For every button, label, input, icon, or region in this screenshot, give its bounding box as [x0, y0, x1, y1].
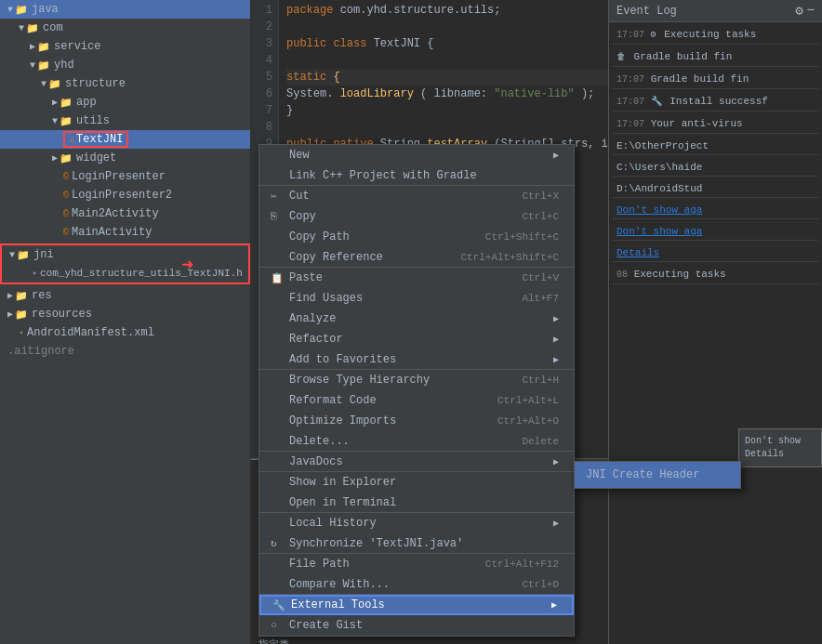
- dont-show-link-2[interactable]: Don't show aga: [616, 226, 702, 237]
- menu-item-synchronize[interactable]: ↻ Synchronize 'TextJNI.java': [259, 533, 574, 554]
- xml-icon: ▪: [19, 328, 24, 338]
- menu-item-compare[interactable]: Compare With... Ctrl+D: [259, 574, 574, 595]
- submenu-arrow: ▶: [551, 599, 557, 611]
- menu-item-create-gist[interactable]: ○ Create Gist: [259, 615, 574, 636]
- tree-item-resources[interactable]: ▶ 📁 resources: [0, 305, 250, 323]
- menu-item-external-tools[interactable]: 🔧 External Tools ▶: [259, 595, 574, 615]
- menu-label: Compare With...: [289, 578, 390, 591]
- dont-show-details-box: Don't show Details: [738, 428, 822, 467]
- shortcut: Ctrl+H: [522, 375, 559, 386]
- submenu-arrow: ▶: [553, 334, 559, 345]
- tree-item-java[interactable]: ▼ 📁 java: [0, 0, 250, 19]
- tree-item-yhd[interactable]: ▼ 📁 yhd: [0, 56, 250, 74]
- menu-label: Copy Reference: [289, 251, 383, 264]
- folder-icon: 📁: [37, 41, 50, 53]
- expand-arrow: ▶: [7, 290, 13, 301]
- menu-item-reformat[interactable]: Reformat Code Ctrl+Alt+L: [259, 390, 574, 411]
- tree-label: AndroidManifest.xml: [27, 326, 154, 339]
- event-entries: 17:07 ⚙ Executing tasks 🗑 Gradle build f…: [609, 22, 822, 292]
- menu-item-refactor[interactable]: Refactor ▶: [259, 329, 574, 349]
- java-icon: ©: [63, 191, 69, 201]
- function-name: loadLibrary: [340, 87, 414, 100]
- menu-item-optimize[interactable]: Optimize Imports Ctrl+Alt+O: [259, 411, 574, 431]
- minimize-icon[interactable]: −: [807, 3, 815, 19]
- submenu-arrow: ▶: [553, 150, 559, 161]
- expand-arrow: ▼: [30, 60, 35, 71]
- menu-item-browse-hierarchy[interactable]: Browse Type Hierarchy Ctrl+H: [259, 370, 574, 390]
- shortcut: Ctrl+X: [522, 191, 559, 202]
- details-link[interactable]: Details: [616, 247, 659, 258]
- tree-item-comyhd[interactable]: ▪ com_yhd_structure_utils_TextJNI.h: [2, 264, 248, 283]
- jni-section-highlight: ▼ 📁 jni ▪ com_yhd_structure_utils_TextJN…: [0, 243, 250, 284]
- string-literal: "native-lib": [494, 87, 574, 100]
- menu-label: Synchronize 'TextJNI.java': [289, 537, 463, 550]
- settings-icon[interactable]: ⚙: [795, 3, 802, 19]
- tree-item-utils[interactable]: ▼ 📁 utils: [0, 112, 250, 130]
- dont-show-link[interactable]: Don't show aga: [616, 204, 702, 216]
- menu-item-find-usages[interactable]: Find Usages Alt+F7: [259, 288, 574, 309]
- tree-item-gitignore[interactable]: .aitignore: [0, 342, 250, 361]
- shortcut: Ctrl+V: [522, 272, 559, 283]
- tree-item-mainactivity[interactable]: © MainActivity: [0, 223, 250, 242]
- tree-item-service[interactable]: ▶ 📁 service: [0, 37, 250, 56]
- java-file-icon: ☕: [69, 135, 74, 145]
- tree-item-main2activity[interactable]: © Main2Activity: [0, 204, 250, 223]
- menu-item-new[interactable]: New ▶: [259, 145, 574, 165]
- menu-item-copy-reference[interactable]: Copy Reference Ctrl+Alt+Shift+C: [259, 247, 574, 268]
- shortcut: Ctrl+Alt+Shift+C: [460, 252, 559, 263]
- event-entry: 17:07 ⚙ Executing tasks: [613, 26, 818, 45]
- folder-icon: 📁: [17, 249, 30, 261]
- menu-item-open-terminal[interactable]: Open in Terminal: [259, 493, 574, 513]
- cut-icon: ✂: [271, 191, 285, 203]
- tree-item-res[interactable]: ▶ 📁 res: [0, 286, 250, 305]
- event-entry: C:\Users\haide: [613, 159, 818, 177]
- menu-item-file-path[interactable]: File Path Ctrl+Alt+F12: [259, 554, 574, 574]
- menu-label: Add to Favorites: [289, 353, 396, 366]
- submenu-label: JNI Create Header: [586, 468, 699, 481]
- menu-item-add-favorites[interactable]: Add to Favorites ▶: [259, 349, 574, 370]
- tree-item-loginpresenter2[interactable]: © LoginPresenter2: [0, 186, 250, 204]
- tree-item-loginpresenter[interactable]: © LoginPresenter: [0, 167, 250, 186]
- folder-icon: 📁: [48, 78, 61, 90]
- wrench-icon: 🔧: [651, 97, 662, 107]
- keyword: static: [286, 71, 326, 84]
- file-tree: ▼ 📁 java ▼ 📁 com ▶ 📁 service ▼ 📁 yhd ▼ 📁…: [0, 0, 251, 644]
- event-log-title: Event Log: [616, 5, 677, 18]
- menu-item-local-history[interactable]: Local History ▶: [259, 513, 574, 533]
- tree-item-app[interactable]: ▶ 📁 app: [0, 93, 250, 112]
- menu-label: Show in Explorer: [289, 476, 396, 489]
- folder-icon: 📁: [60, 152, 73, 164]
- plain-text: com.yhd.structure.utils;: [340, 4, 501, 17]
- menu-item-javadocs[interactable]: JavaDocs ▶: [259, 452, 574, 472]
- menu-item-copy[interactable]: ⎘ Copy Ctrl+C: [259, 206, 574, 227]
- menu-item-show-explorer[interactable]: Show in Explorer: [259, 472, 574, 493]
- event-entry: D:\AndroidStud: [613, 180, 818, 198]
- folder-icon: 📁: [15, 309, 28, 321]
- menu-label: New: [289, 149, 310, 162]
- shortcut: Ctrl+C: [522, 211, 559, 222]
- tree-item-widget[interactable]: ▶ 📁 widget: [0, 149, 250, 167]
- tree-item-androidmanifest[interactable]: ▪ AndroidManifest.xml: [0, 323, 250, 342]
- expand-arrow: ▼: [9, 250, 15, 260]
- tree-item-com[interactable]: ▼ 📁 com: [0, 19, 250, 37]
- menu-label: Reformat Code: [289, 394, 377, 407]
- menu-label: Paste: [289, 271, 323, 284]
- tree-item-jni[interactable]: ▼ 📁 jni: [2, 245, 248, 264]
- tree-item-textjni[interactable]: ☕TextJNI: [0, 130, 250, 149]
- shortcut: Ctrl+Alt+F12: [485, 559, 559, 570]
- tree-label: service: [54, 40, 100, 53]
- menu-item-analyze[interactable]: Analyze ▶: [259, 309, 574, 329]
- menu-item-cut[interactable]: ✂ Cut Ctrl+X: [259, 186, 574, 206]
- menu-item-delete[interactable]: Delete... Delete: [259, 431, 574, 452]
- tree-label: widget: [76, 151, 116, 164]
- tree-label: java: [32, 3, 59, 16]
- shortcut: Ctrl+Alt+O: [497, 415, 559, 427]
- folder-icon: 📁: [15, 290, 28, 302]
- menu-item-paste[interactable]: 📋 Paste Ctrl+V: [259, 268, 574, 288]
- tree-label: structure: [65, 77, 126, 90]
- submenu-item-jni-create-header[interactable]: JNI Create Header: [575, 462, 740, 488]
- tree-item-structure[interactable]: ▼ 📁 structure: [0, 74, 250, 93]
- menu-item-copy-path[interactable]: Copy Path Ctrl+Shift+C: [259, 227, 574, 247]
- menu-item-link-cpp[interactable]: Link C++ Project with Gradle: [259, 165, 574, 186]
- event-log-controls: ⚙ −: [795, 3, 815, 19]
